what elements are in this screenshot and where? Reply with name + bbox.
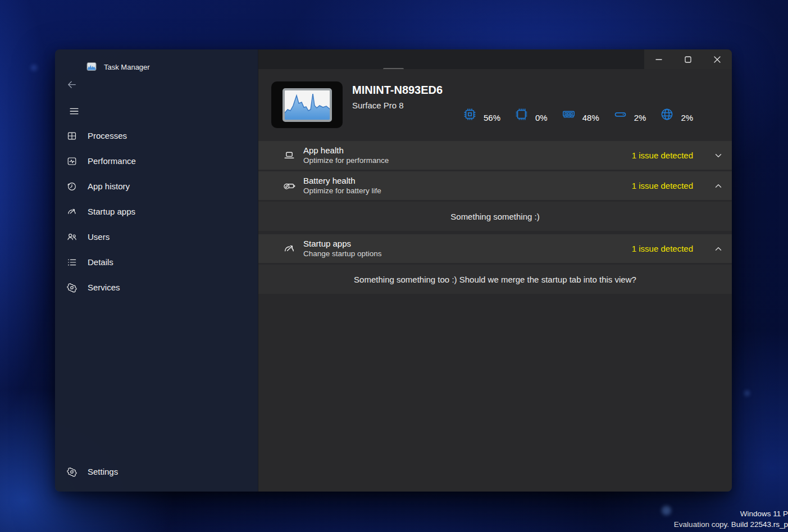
section-subtitle: Change startup options [303,249,382,259]
battery-health-detail-panel: Something something :) [258,202,732,231]
sidebar-item-processes[interactable]: Processes [55,123,258,148]
resource-stats-row: 56% 0% [462,97,707,131]
app-title: Task Manager [104,63,150,71]
sidebar-item-label: Processes [88,131,127,140]
services-icon [66,282,78,293]
sidebar-item-settings[interactable]: Settings [55,459,258,484]
disk-icon [613,107,628,122]
battery-health-row[interactable]: Battery health Optimize for battery life… [258,171,732,200]
chevron-up-icon[interactable] [713,244,723,254]
disk-stat: 2% [613,106,646,122]
sidebar-item-users[interactable]: Users [55,224,258,249]
app-title-row: Task Manager [86,62,150,72]
desktop: { "sidebar": { "app_title": "Task Manage… [0,0,788,532]
chevron-down-icon[interactable] [713,151,723,161]
performance-icon [66,156,78,167]
bokeh-dot [662,506,671,515]
memory-value: 48% [582,113,599,122]
battery-leaf-icon [283,179,296,193]
detail-text: Something something too :) Should we mer… [354,275,636,284]
cpu-stat: 56% [462,106,500,122]
back-button[interactable] [65,78,79,92]
section-title: Startup apps [303,238,382,249]
detail-text: Something something :) [450,212,539,221]
hamburger-icon [68,105,80,117]
startup-apps-icon [66,206,78,217]
sidebar-item-label: App history [88,181,130,191]
maximize-icon [681,53,695,66]
chevron-up-icon[interactable] [713,181,723,191]
bokeh-dot [31,65,37,71]
issue-status: 1 issue detected [632,181,693,190]
watermark-line2: Evaluation copy. Build 22543.rs_pre [674,520,788,530]
network-stat: 2% [659,106,693,122]
memory-icon [561,107,576,122]
sidebar: Task Manager [55,49,258,492]
settings-gear-icon [66,466,78,478]
memory-stat: 48% [561,106,599,122]
cpu-value: 56% [484,113,500,122]
cpu-icon [462,107,477,122]
gpu-value: 0% [535,113,548,122]
laptop-icon [283,149,296,162]
minimize-button[interactable] [644,49,673,69]
processes-icon [66,130,78,142]
device-header: MININT-N893ED6 Surface Pro 8 56% [258,69,732,138]
task-manager-app-icon [271,81,343,128]
task-manager-logo-icon [86,62,97,72]
section-subtitle: Optimize for battery life [303,186,381,196]
sidebar-item-details[interactable]: Details [55,249,258,275]
sidebar-nav: Processes Performance [55,123,258,300]
maximize-button[interactable] [673,49,703,69]
close-icon [710,53,724,66]
section-subtitle: Optimize for performance [303,156,389,166]
gpu-stat: 0% [514,106,548,122]
sidebar-item-app-history[interactable]: App history [55,174,258,199]
sidebar-item-label: Startup apps [88,207,135,216]
users-icon [66,231,78,243]
sidebar-item-startup-apps[interactable]: Startup apps [55,199,258,224]
hamburger-menu-button[interactable] [66,103,82,119]
issue-status: 1 issue detected [632,244,693,253]
main-content: MININT-N893ED6 Surface Pro 8 56% [258,49,732,492]
issue-status: 1 issue detected [632,151,693,160]
task-manager-window: Task Manager [55,49,732,492]
startup-apps-detail-panel: Something something too :) Should we mer… [258,265,732,294]
chart-thumbnail-icon [283,88,332,122]
gpu-icon [514,107,529,122]
section-title: Battery health [303,175,381,186]
device-model: Surface Pro 8 [352,101,404,110]
startup-apps-row[interactable]: Startup apps Change startup options 1 is… [258,234,732,263]
minimize-icon [652,53,666,66]
watermark-line1: Windows 11 Pro [674,509,788,520]
sidebar-item-label: Services [88,283,120,292]
close-button[interactable] [703,49,732,69]
back-arrow-icon [66,79,78,91]
sidebar-item-label: Details [88,257,113,267]
device-name: MININT-N893ED6 [352,84,443,97]
sidebar-item-performance[interactable]: Performance [55,148,258,174]
sidebar-item-label: Settings [88,467,118,476]
bokeh-dot [744,390,750,396]
window-controls [644,49,732,69]
health-section-list: App health Optimize for performance 1 is… [258,141,732,295]
sidebar-item-label: Performance [88,156,136,166]
app-history-icon [66,181,78,192]
sidebar-item-services[interactable]: Services [55,275,258,300]
network-globe-icon [659,107,675,122]
section-title: App health [303,145,389,156]
disk-value: 2% [634,113,646,122]
details-icon [66,257,78,268]
network-value: 2% [681,113,693,122]
app-health-row[interactable]: App health Optimize for performance 1 is… [258,141,732,170]
gauge-icon [283,242,296,256]
evaluation-watermark: Windows 11 Pro Evaluation copy. Build 22… [674,509,788,530]
sidebar-item-label: Users [88,232,110,242]
